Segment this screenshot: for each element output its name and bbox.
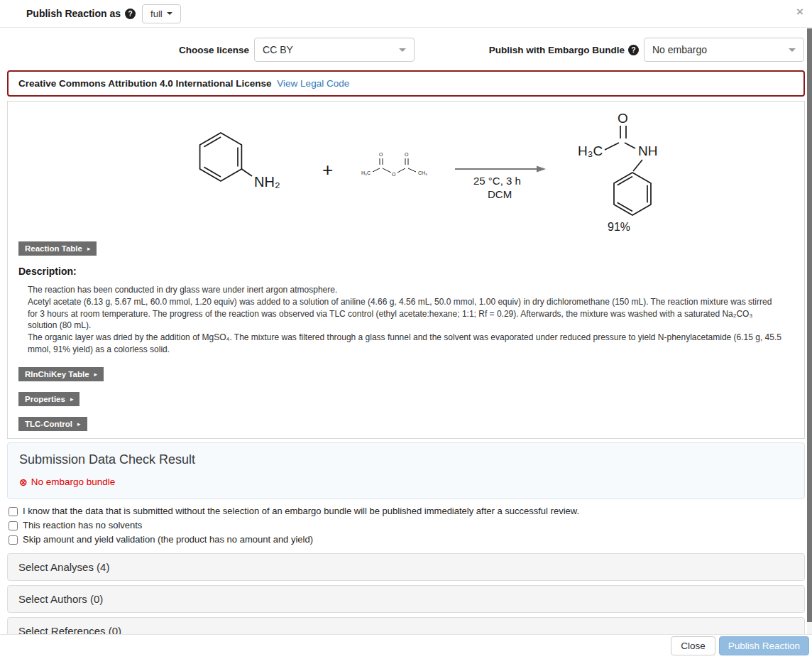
license-label: Choose license [179,45,249,55]
skip-validation-label: Skip amount and yield validation (the pr… [23,534,313,545]
description-line: The reaction has been conducted in dry g… [28,284,783,296]
close-icon[interactable]: × [796,6,803,18]
close-button[interactable]: Close [671,636,715,655]
product-h3c-label: H₃C [578,143,603,158]
reaction-arrow [455,166,546,173]
error-circle-icon: ⊗ [19,476,28,488]
embargo-acknowledge-label: I know that the data that is submitted w… [23,506,579,516]
no-solvents-row: This reaction has no solvents [9,520,812,530]
description-heading: Description: [18,266,804,277]
publish-scope-dropdown[interactable]: full [142,4,181,23]
license-selected-value: CC BY [263,44,293,55]
embargo-label: Publish with Embargo Bundle ? [489,45,639,55]
embargo-select[interactable]: No embargo [644,38,804,62]
description-line: Acetyl acetate (6.13 g, 5.67 mL, 60.0 mm… [28,296,783,332]
select-authors-panel: Select Authors (0) [7,585,805,613]
anhydride-o-center-label: O [392,172,396,177]
scrollbar-thumb[interactable] [807,28,812,622]
publish-scope-value: full [150,9,163,19]
scrollbar-track[interactable] [807,28,812,634]
select-analyses-panel: Select Analyses (4) [7,553,805,581]
expand-right-icon: ▸ [70,396,74,403]
caret-down-icon [167,12,172,15]
reaction-panel: NH₂ + H₃C O O O CH₃ 25 °C, 3 h DCM [7,101,805,439]
expand-right-icon: ▸ [87,245,91,252]
reaction-table-label: Reaction Table [25,244,82,253]
embargo-acknowledge-checkbox[interactable] [9,507,18,516]
aniline-structure [200,133,252,181]
license-banner: Creative Commons Attribution 4.0 Interna… [7,70,805,97]
submission-check-panel: Submission Data Check Result ⊗ No embarg… [7,442,805,499]
description-text: The reaction has been conducted in dry g… [28,284,783,356]
submission-check-status: ⊗ No embargo bundle [19,476,793,488]
reaction-table-toggle-button[interactable]: Reaction Table ▸ [18,241,97,256]
embargo-form-group: Publish with Embargo Bundle ? No embargo [489,38,804,62]
caret-down-icon [399,48,406,52]
select-analyses-header[interactable]: Select Analyses (4) [8,554,804,580]
description-line: The organic layer was dried by the addit… [28,332,783,356]
modal-title-text: Publish Reaction as [26,8,121,19]
plus-sign: + [322,159,333,180]
anhydride-h3c-label: H₃C [361,170,371,175]
submission-status-text: No embargo bundle [31,476,116,487]
anhydride-o-right-label: O [405,152,409,157]
confirmation-checkbox-list: I know that the data that is submitted w… [9,506,812,545]
modal-header: Publish Reaction as ? full × [0,0,812,28]
product-o-label: O [618,111,628,126]
rinchikey-table-label: RInChiKey Table [25,370,89,378]
properties-toggle-button[interactable]: Properties ▸ [18,392,79,406]
expand-right-icon: ▸ [94,371,98,378]
caret-down-icon [789,48,796,52]
rinchikey-table-toggle-button[interactable]: RInChiKey Table ▸ [18,367,104,381]
anhydride-o-left-label: O [379,152,383,157]
no-solvents-label: This reaction has no solvents [23,520,142,530]
license-form-group: Choose license CC BY [179,38,415,62]
embargo-label-text: Publish with Embargo Bundle [489,45,625,55]
publish-reaction-button[interactable]: Publish Reaction [719,636,809,655]
select-authors-header[interactable]: Select Authors (0) [8,586,804,612]
modal-footer: Close Publish Reaction [0,634,812,659]
product-structure [605,126,651,215]
skip-validation-checkbox[interactable] [9,535,18,545]
skip-validation-row: Skip amount and yield validation (the pr… [9,534,812,545]
product-yield-label: 91% [608,221,630,233]
amine-label: NH₂ [254,174,280,190]
expand-right-icon: ▸ [77,420,81,427]
conditions-line2: DCM [488,188,512,200]
no-solvents-checkbox[interactable] [9,521,18,530]
acetic-anhydride-structure [373,158,416,173]
tlc-control-toggle-button[interactable]: TLC-Control ▸ [18,417,87,431]
tlc-control-label: TLC-Control [25,420,72,428]
view-legal-code-link[interactable]: View Legal Code [277,78,349,89]
help-icon[interactable]: ? [628,45,639,55]
embargo-acknowledge-row: I know that the data that is submitted w… [9,506,812,516]
license-banner-text: Creative Commons Attribution 4.0 Interna… [18,78,272,89]
product-nh-label: NH [638,143,657,158]
license-select[interactable]: CC BY [254,38,415,62]
reaction-scheme: NH₂ + H₃C O O O CH₃ 25 °C, 3 h DCM [8,103,806,241]
publish-options-row: Choose license CC BY Publish with Embarg… [0,28,812,70]
submission-check-title: Submission Data Check Result [19,452,793,467]
modal-title: Publish Reaction as ? [26,8,136,19]
help-icon[interactable]: ? [125,9,136,19]
embargo-selected-value: No embargo [652,44,707,55]
anhydride-ch3-label: CH₃ [418,170,427,175]
properties-label: Properties [25,395,65,403]
conditions-line1: 25 °C, 3 h [473,175,521,187]
